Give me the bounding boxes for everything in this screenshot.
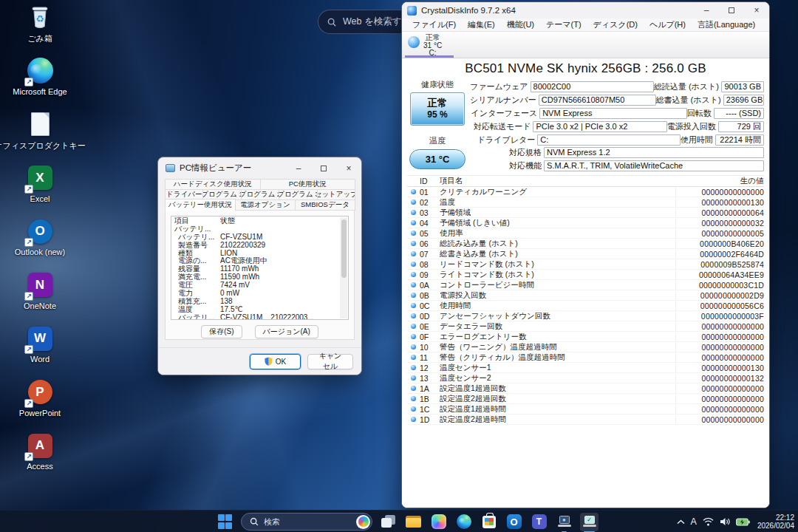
tab-バッテリー使用状況[interactable]: バッテリー使用状況	[165, 199, 236, 211]
health-status-badge[interactable]: 正常 95 %	[410, 92, 465, 126]
battery-list-row[interactable]: 製造番号21022200329	[174, 242, 339, 250]
smart-row-1B[interactable]: 1B設定温度2超過回数00000000000000	[407, 394, 764, 404]
cdi-maximize-button[interactable]	[719, 2, 744, 18]
desktop-icon-powerpoint[interactable]: P↗PowerPoint	[1, 378, 78, 432]
wifi-icon[interactable]	[703, 517, 714, 526]
tab-ハードディスク使用状況[interactable]: ハードディスク使用状況	[165, 179, 261, 190]
desktop-icon-label: PowerPoint	[19, 409, 61, 417]
cdi-menu-item-6[interactable]: 言語(Language)	[692, 19, 761, 30]
disk-tab-drive: C:	[423, 50, 442, 58]
tab-セットアップ[interactable]: セットアップ	[317, 189, 355, 200]
tab-プログラム 3[interactable]: プログラム 3	[279, 189, 317, 200]
battery-icon[interactable]	[736, 518, 750, 526]
cdi-menu-item-0[interactable]: ファイル(F)	[406, 19, 462, 30]
smart-row-0D[interactable]: 0Dアンセーフシャットダウン回数0000000000003F	[407, 311, 764, 321]
smart-row-01[interactable]: 01クリティカルワーニング00000000000000	[407, 187, 764, 197]
save-button[interactable]: 保存(S)	[201, 325, 242, 338]
volume-icon[interactable]	[720, 517, 730, 526]
desktop-icon-outlook-new[interactable]: O↗Outlook (new)	[1, 217, 78, 271]
cdi-menu-item-2[interactable]: 機能(U)	[501, 19, 540, 30]
pcinfo-minimize-button[interactable]: –	[286, 157, 311, 179]
shortcut-arrow-icon: ↗	[24, 238, 33, 247]
tab-プログラム 2[interactable]: プログラム 2	[241, 189, 279, 200]
taskbar-item-task-view[interactable]	[379, 513, 398, 531]
smart-row-0E[interactable]: 0Eデータエラー回数00000000000000	[407, 321, 764, 332]
battery-list-row[interactable]: 電源の...AC電源使用中	[174, 257, 339, 265]
cdi-minimize-button[interactable]: –	[694, 2, 719, 18]
bing-icon[interactable]	[356, 515, 370, 529]
battery-list-row[interactable]: バッテリ...CF-VZSU1M 210222003...	[174, 314, 339, 320]
smart-row-0F[interactable]: 0Fエラーログエントリー数00000000000000	[407, 332, 764, 342]
smart-row-08[interactable]: 08リードコマンド数 (ホスト)0000009B525874	[407, 259, 764, 270]
cancel-button[interactable]: キャンセル	[307, 354, 353, 369]
version-button[interactable]: バージョン(A)	[255, 325, 318, 338]
cdi-close-button[interactable]: ×	[744, 2, 769, 18]
desktop-icon-office-product-key[interactable]: オフィスプロダクトキー	[1, 110, 78, 164]
desktop-icon-onenote[interactable]: N↗OneNote	[1, 271, 78, 325]
taskbar-item-edge[interactable]	[454, 513, 473, 531]
smart-row-13[interactable]: 13温度センサー200000000000132	[407, 373, 764, 383]
taskbar-item-start[interactable]	[216, 513, 234, 531]
smart-row-09[interactable]: 09ライトコマンド数 (ホスト)00000064A34EE9	[407, 270, 764, 280]
smart-row-0B[interactable]: 0B電源投入回数000000000002D9	[407, 290, 764, 301]
desktop-icon-word[interactable]: W↗Word	[1, 324, 78, 378]
taskbar-item-file-explorer[interactable]	[404, 513, 423, 531]
battery-list-row[interactable]: 種類LION	[174, 250, 339, 258]
pcinfo-maximize-button[interactable]	[311, 157, 336, 179]
desktop-icon-access[interactable]: A↗Access	[1, 432, 78, 485]
smart-table-header[interactable]: ID 項目名 生の値	[407, 176, 764, 187]
disk-tab-c[interactable]: 正常 31 °C C:	[405, 32, 457, 58]
taskbar-item-crystaldiskinfo[interactable]: ●	[555, 513, 573, 531]
taskbar-item-pc-info-viewer[interactable]: ✓	[580, 513, 598, 531]
ok-button[interactable]: OK	[250, 354, 301, 369]
smart-row-05[interactable]: 05使用率00000000000005	[407, 228, 764, 239]
smart-row-03[interactable]: 03予備領域00000000000064	[407, 208, 764, 218]
ime-indicator[interactable]: A	[691, 516, 697, 527]
pcinfo-titlebar[interactable]: PC情報ビューアー – ×	[158, 157, 361, 179]
cdi-menu-item-4[interactable]: ディスク(D)	[587, 19, 644, 30]
battery-list-row[interactable]: 温度17.5℃	[174, 306, 339, 314]
cdi-menu-item-5[interactable]: ヘルプ(H)	[644, 19, 692, 30]
battery-list-row[interactable]: バッテリ...	[174, 225, 339, 233]
battery-list-row[interactable]: 積算充...138	[174, 298, 339, 306]
smart-row-1A[interactable]: 1A設定温度1超過回数00000000000000	[407, 383, 764, 394]
battery-list-row[interactable]: 電力0 mW	[174, 290, 339, 298]
battery-info-list[interactable]: 項目 状態 バッテリ...バッテリ...CF-VZSU1M製造番号2102220…	[171, 216, 349, 320]
pcinfo-close-button[interactable]: ×	[336, 157, 361, 179]
battery-list-row[interactable]: 残容量11170 mWh	[174, 265, 339, 273]
smart-row-1D[interactable]: 1D設定温度2超過時間00000000000000	[407, 415, 764, 425]
tab-電源オプション[interactable]: 電源オプション	[235, 200, 296, 211]
smart-row-11[interactable]: 11警告（クリティカル）温度超過時間00000000000000	[407, 352, 764, 363]
taskbar-item-copilot[interactable]	[429, 513, 448, 531]
smart-row-0C[interactable]: 0C使用時間000000000056C6	[407, 301, 764, 311]
desktop-icon-excel[interactable]: X↗Excel	[1, 164, 78, 218]
cdi-titlebar[interactable]: CrystalDiskInfo 9.7.2 x64 – ×	[402, 2, 769, 18]
taskbar-item-microsoft-store[interactable]	[480, 513, 498, 531]
smart-row-07[interactable]: 07総書き込み量 (ホスト)00000002F6464D	[407, 249, 764, 259]
cdi-menu-item-3[interactable]: テーマ(T)	[540, 19, 587, 30]
smart-row-06[interactable]: 06総読み込み量 (ホスト)0000000B406E20	[407, 239, 764, 249]
taskbar-search-box[interactable]: 検索	[241, 513, 372, 531]
smart-row-04[interactable]: 04予備領域 (しきい値)00000000000032	[407, 218, 764, 228]
desktop-icon-microsoft-edge[interactable]: ↗Microsoft Edge	[1, 57, 78, 111]
smart-row-1C[interactable]: 1C設定温度1超過時間00000000000000	[407, 404, 764, 415]
battery-list-row[interactable]: バッテリ...CF-VZSU1M	[174, 233, 339, 242]
smart-row-12[interactable]: 12温度センサー100000000000130	[407, 363, 764, 373]
smart-row-10[interactable]: 10警告（ワーニング）温度超過時間00000000000000	[407, 342, 764, 352]
taskbar-item-outlook[interactable]: O	[505, 513, 523, 531]
tab-SMBIOSデータ[interactable]: SMBIOSデータ	[295, 200, 355, 211]
battery-list-row[interactable]: 満充電...11590 mWh	[174, 273, 339, 282]
scrollbar-thumb[interactable]	[341, 219, 347, 278]
tab-PC使用状況[interactable]: PC使用状況	[260, 179, 356, 190]
battery-list-header-item: 項目	[174, 217, 220, 225]
taskbar-item-teams[interactable]: T	[530, 513, 548, 531]
tray-overflow-chevron-icon[interactable]	[677, 519, 685, 525]
desktop-icon-recycle-bin[interactable]: ♻ごみ箱	[1, 3, 78, 57]
cdi-menu-item-1[interactable]: 編集(E)	[462, 19, 501, 30]
smart-row-0A[interactable]: 0Aコントローラービジー時間00000000003C1D	[407, 280, 764, 290]
taskbar-clock[interactable]: 22:12 2026/02/04	[757, 514, 794, 531]
battery-list-scrollbar[interactable]	[340, 217, 347, 318]
smart-row-02[interactable]: 02温度00000000000130	[407, 197, 764, 208]
shortcut-arrow-icon: ↗	[24, 399, 33, 408]
battery-list-row[interactable]: 電圧7424 mV	[174, 282, 339, 290]
